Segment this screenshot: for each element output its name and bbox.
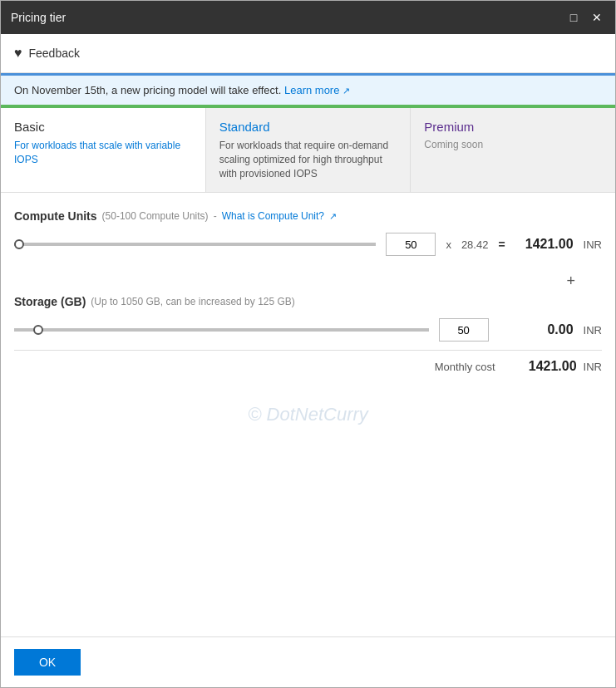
external-link-icon: ↗ bbox=[342, 86, 350, 96]
compute-units-currency: INR bbox=[584, 238, 602, 251]
monthly-cost-row: Monthly cost 1421.00 INR bbox=[14, 359, 602, 374]
compute-units-slider-row: x 28.42 = 1421.00 INR bbox=[14, 233, 602, 256]
compute-units-multiplier: 28.42 bbox=[461, 238, 489, 251]
storage-result: 0.00 bbox=[515, 322, 574, 337]
title-bar-controls: □ ✕ bbox=[565, 9, 605, 26]
watermark: © DotNetCurry bbox=[248, 404, 368, 425]
storage-slider-wrapper bbox=[14, 328, 429, 332]
tier-standard-name: Standard bbox=[219, 120, 397, 134]
storage-currency: INR bbox=[584, 324, 602, 337]
tier-basic-desc: For workloads that scale with variable I… bbox=[14, 139, 192, 167]
compute-unit-link[interactable]: What is Compute Unit? bbox=[222, 210, 324, 222]
tier-premium[interactable]: Premium Coming soon bbox=[411, 108, 615, 192]
storage-header: Storage (GB) (Up to 1050 GB, can be incr… bbox=[14, 295, 602, 308]
compute-units-title: Compute Units bbox=[14, 209, 97, 223]
minimize-button[interactable]: □ bbox=[565, 9, 582, 26]
compute-units-header: Compute Units (50-100 Compute Units) - W… bbox=[14, 209, 602, 223]
info-banner: On November 15th, a new pricing model wi… bbox=[1, 73, 615, 105]
monthly-cost-value: 1421.00 bbox=[519, 359, 577, 374]
main-content: © DotNetCurry Compute Units (50-100 Comp… bbox=[1, 193, 615, 636]
equals-icon: = bbox=[498, 238, 505, 251]
compute-units-result: 1421.00 bbox=[515, 237, 574, 252]
feedback-label: Feedback bbox=[29, 47, 80, 60]
tier-basic-name: Basic bbox=[14, 120, 192, 134]
compute-units-dash: - bbox=[214, 210, 217, 222]
monthly-cost-label: Monthly cost bbox=[14, 361, 512, 373]
compute-units-slider[interactable] bbox=[14, 243, 376, 246]
plus-separator: + bbox=[14, 273, 602, 290]
tier-basic[interactable]: Basic For workloads that scale with vari… bbox=[1, 108, 206, 192]
compute-units-input[interactable] bbox=[386, 233, 436, 256]
heart-icon: ♥ bbox=[14, 46, 22, 61]
storage-slider-row: 0.00 INR bbox=[14, 318, 602, 342]
feedback-bar: ♥ Feedback bbox=[1, 34, 615, 73]
learn-more-link[interactable]: Learn more bbox=[284, 84, 339, 96]
storage-input[interactable] bbox=[439, 318, 489, 342]
close-button[interactable]: ✕ bbox=[589, 9, 605, 26]
monthly-cost-section: Monthly cost 1421.00 INR bbox=[14, 350, 602, 374]
tier-premium-coming-soon: Coming soon bbox=[424, 139, 602, 150]
info-banner-text: On November 15th, a new pricing model wi… bbox=[14, 84, 281, 96]
storage-slider[interactable] bbox=[14, 328, 429, 332]
multiply-icon: x bbox=[446, 238, 451, 251]
storage-title: Storage (GB) bbox=[14, 295, 86, 308]
compute-units-section: Compute Units (50-100 Compute Units) - W… bbox=[14, 209, 602, 256]
ok-button[interactable]: OK bbox=[14, 649, 81, 676]
tier-standard-desc: For workloads that require on-demand sca… bbox=[219, 139, 397, 180]
storage-range: (Up to 1050 GB, can be increased by 125 … bbox=[91, 296, 294, 307]
tiers-container: Basic For workloads that scale with vari… bbox=[1, 108, 615, 193]
tier-premium-name: Premium bbox=[424, 120, 602, 134]
footer: OK bbox=[1, 636, 615, 687]
monthly-cost-currency: INR bbox=[584, 361, 602, 373]
compute-units-range: (50-100 Compute Units) bbox=[102, 210, 209, 222]
storage-section: Storage (GB) (Up to 1050 GB, can be incr… bbox=[14, 295, 602, 342]
compute-units-slider-wrapper bbox=[14, 243, 376, 246]
window-title: Pricing tier bbox=[11, 11, 66, 24]
title-bar: Pricing tier □ ✕ bbox=[1, 1, 615, 34]
tier-standard[interactable]: Standard For workloads that require on-d… bbox=[206, 108, 411, 192]
compute-unit-external-icon: ↗ bbox=[329, 211, 337, 222]
